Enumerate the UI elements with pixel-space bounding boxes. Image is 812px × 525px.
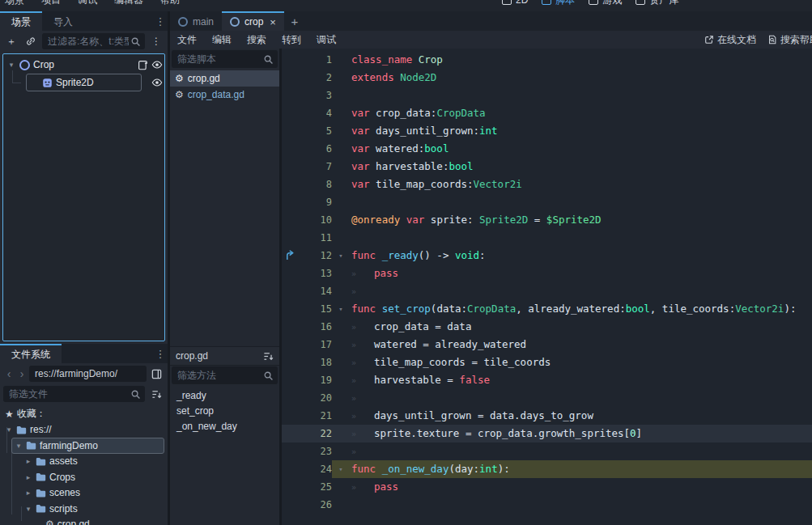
fs-item-收藏：[interactable]: ★收藏： (0, 406, 168, 422)
code-line[interactable]: 16»crop_data = data (282, 318, 812, 336)
filesystem-dock-menu-button[interactable]: ⋮ (153, 344, 168, 363)
chevron-down-icon[interactable]: ▾ (5, 426, 13, 434)
code-line[interactable]: 25»pass (282, 478, 812, 496)
chevron-down-icon[interactable]: ▾ (15, 442, 23, 450)
script-tab-main[interactable]: main (170, 11, 222, 31)
fs-item-scenes[interactable]: ▸scenes (0, 485, 168, 502)
code-line[interactable]: 18»tile_map_coords = tile_coords (282, 354, 812, 371)
token-kw: var (351, 107, 370, 119)
visibility-eye-icon[interactable] (151, 59, 163, 70)
method-filter-input[interactable] (176, 369, 263, 382)
screen-button-资产库[interactable]: 资产库 (636, 0, 678, 7)
chevron-right-icon[interactable]: ▸ (24, 457, 32, 465)
fs-item-Crops[interactable]: ▸Crops (0, 469, 168, 485)
code-line[interactable]: 1class_name Crop (282, 51, 812, 69)
tab-filesystem[interactable]: 文件系统 (0, 344, 62, 363)
code-line[interactable]: 5var days_until_grown:int (282, 122, 812, 140)
fold-arrow-icon[interactable]: ▾ (335, 247, 346, 265)
method-item-_on_new_day[interactable]: _on_new_day (170, 418, 279, 434)
chevron-down-icon[interactable]: ▾ (24, 505, 32, 513)
code-line[interactable]: 19»harvestable = false (282, 371, 812, 389)
fs-item-crop.gd[interactable]: ⚙crop.gd (0, 517, 168, 525)
code-line[interactable]: 8var tile_map_coords:Vector2i (282, 176, 812, 193)
token-kw: false (459, 374, 490, 386)
screen-button-2D[interactable]: 2D (502, 0, 528, 6)
instance-scene-button[interactable] (23, 33, 39, 49)
code-line[interactable]: 15▾func set_crop(data:CropData, already_… (282, 300, 812, 318)
code-line[interactable]: 22»sprite.texture = crop_data.growth_spr… (282, 425, 812, 442)
code-line[interactable]: 12▾func _ready() -> void: (282, 247, 812, 265)
script-menu-item[interactable]: 调试 (317, 33, 336, 47)
chevron-down-icon[interactable]: ▾ (6, 61, 16, 69)
code-line[interactable]: 23» (282, 442, 812, 460)
script-menu-item[interactable]: 转到 (282, 33, 301, 47)
scene-dock-menu-button[interactable]: ⋮ (153, 11, 168, 31)
method-item-_ready[interactable]: _ready (170, 387, 279, 403)
button-在线文档[interactable]: 在线文档 (704, 33, 756, 47)
tab-场景[interactable]: 场景 (0, 11, 42, 31)
screen-button-脚本[interactable]: 脚本 (542, 0, 575, 7)
scene-tree-menu-button[interactable]: ⋮ (148, 33, 164, 49)
fold-arrow-icon[interactable]: ▾ (335, 460, 346, 478)
menubar-item[interactable]: 帮助 (160, 0, 180, 7)
script-list-item-crop.gd[interactable]: ⚙crop.gd (170, 70, 279, 87)
fs-item-assets[interactable]: ▸assets (0, 454, 168, 470)
code-line[interactable]: 21»days_until_grown = data.days_to_grow (282, 407, 812, 425)
breadcrumb-path[interactable]: res://farmingDemo/ (29, 366, 147, 382)
toggle-split-mode-button[interactable] (148, 366, 164, 382)
code-line[interactable]: 4var crop_data:CropData (282, 104, 812, 122)
code-line[interactable]: 11 (282, 229, 812, 247)
add-node-button[interactable]: ＋ (3, 33, 19, 49)
chevron-right-icon[interactable]: ▸ (24, 473, 32, 481)
chevron-right-icon[interactable]: ▸ (24, 489, 32, 497)
menubar-item[interactable]: 场景 (5, 0, 24, 7)
nav-forward-button[interactable]: › (16, 367, 28, 380)
code-line-text: class_name Crop (351, 51, 443, 69)
fold-arrow-icon[interactable]: ▾ (335, 300, 346, 318)
tab-导入[interactable]: 导入 (42, 11, 84, 31)
file-filter-box (3, 386, 145, 402)
scene-filter-input[interactable] (46, 35, 130, 48)
close-icon[interactable]: × (270, 16, 276, 28)
script-menu-item[interactable]: 编辑 (212, 33, 232, 47)
current-script-header: crop.gd (170, 346, 279, 366)
new-tab-button[interactable]: + (284, 11, 305, 31)
file-filter-input[interactable] (7, 387, 130, 400)
code-line[interactable]: 26 (282, 496, 812, 514)
script-menu-item[interactable]: 文件 (177, 33, 197, 47)
file-sort-button[interactable] (148, 386, 164, 402)
scene-node-Crop[interactable]: ▾Crop (5, 56, 163, 74)
code-line[interactable]: 6var watered:bool (282, 140, 812, 158)
code-line[interactable]: 10@onready var sprite: Sprite2D = $Sprit… (282, 211, 812, 229)
fs-item-farmingDemo[interactable]: ▾farmingDemo (0, 438, 168, 454)
scene-node-Sprite2D[interactable]: Sprite2D (5, 74, 163, 91)
code-line[interactable]: 2extends Node2D (282, 69, 812, 87)
script-filter-input[interactable] (176, 53, 263, 66)
code-line[interactable]: 20» (282, 389, 812, 407)
button-搜索帮助[interactable]: 搜索帮助 (767, 33, 812, 47)
method-item-set_crop[interactable]: set_crop (170, 403, 279, 418)
script-icon[interactable] (138, 60, 148, 70)
code-line[interactable]: 24▾func _on_new_day(day:int): (282, 460, 812, 478)
script-tab-crop[interactable]: crop× (222, 11, 284, 31)
code-line[interactable]: 14» (282, 282, 812, 300)
nav-back-button[interactable]: ‹ (3, 367, 15, 380)
code-line[interactable]: 7var harvestable:bool (282, 158, 812, 176)
code-line[interactable]: 3 (282, 87, 812, 104)
visibility-eye-icon[interactable] (151, 77, 163, 88)
fs-item-res[interactable]: ▾res:// (0, 422, 168, 438)
script-list-item-crop_data.gd[interactable]: ⚙crop_data.gd (170, 87, 279, 103)
method-sort-button[interactable] (263, 351, 274, 362)
code-editor[interactable]: 1class_name Crop2extends Node2D34var cro… (282, 49, 812, 525)
screen-button-游戏[interactable]: 游戏 (589, 0, 622, 7)
menubar-item[interactable]: 调试 (78, 0, 97, 7)
menubar-item[interactable]: 编辑器 (114, 0, 143, 7)
menubar-item[interactable]: 项目 (41, 0, 61, 7)
line-number: 8 (282, 176, 332, 193)
code-line[interactable]: 17»watered = already_watered (282, 336, 812, 354)
fs-item-scripts[interactable]: ▾scripts (0, 501, 168, 517)
code-line[interactable]: 9 (282, 193, 812, 211)
code-line[interactable]: 13»pass (282, 265, 812, 282)
script-menu-item[interactable]: 搜索 (247, 33, 266, 47)
token-typ: CropData (467, 303, 516, 315)
